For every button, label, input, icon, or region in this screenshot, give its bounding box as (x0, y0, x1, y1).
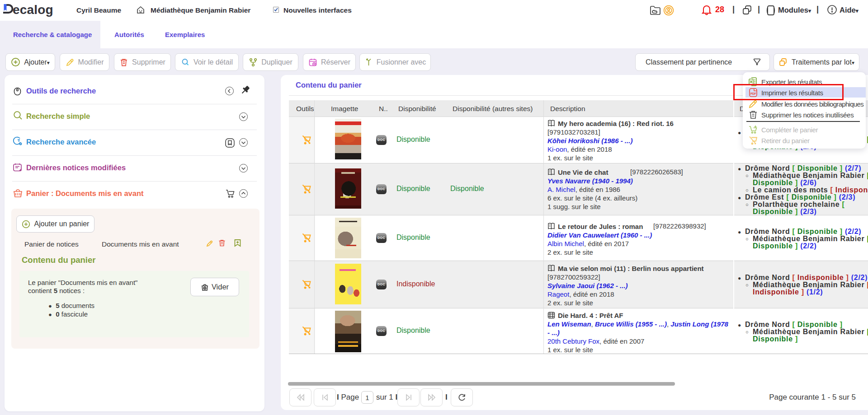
svg-text:ecalog: ecalog (13, 3, 53, 17)
